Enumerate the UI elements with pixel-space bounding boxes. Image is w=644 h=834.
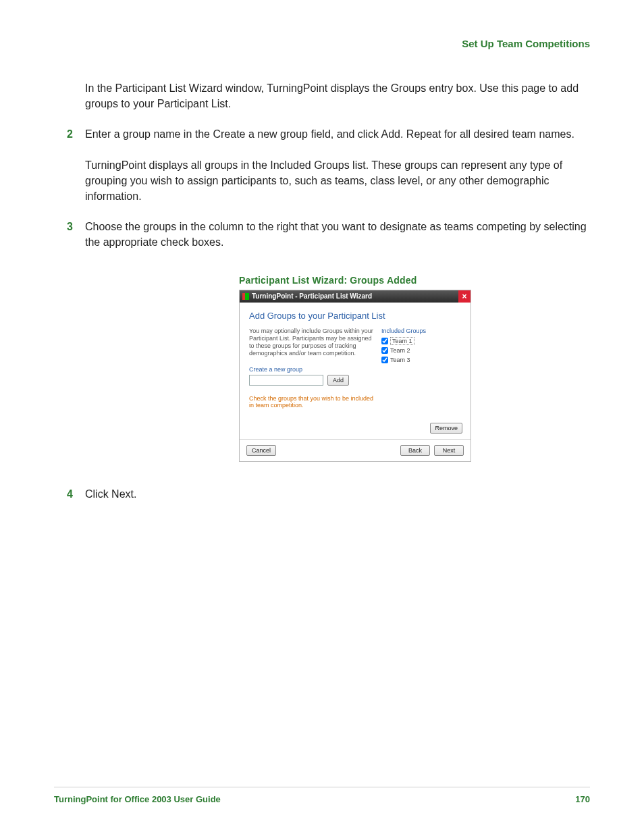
list-item[interactable]: Team 2 (381, 346, 462, 355)
group-label: Team 1 (390, 337, 414, 345)
step-2: 2 Enter a group name in the Create a new… (54, 126, 590, 142)
section-header: Set Up Team Competitions (54, 38, 590, 49)
group-checkbox[interactable] (381, 347, 388, 354)
included-groups-list: Team 1 Team 2 Team 3 (381, 336, 462, 365)
step-2-text: Enter a group name in the Create a new g… (85, 126, 574, 142)
step-4-text: Click Next. (85, 486, 136, 502)
group-label: Team 3 (390, 357, 410, 363)
figure-caption: Participant List Wizard: Groups Added (239, 275, 590, 286)
step-2-followup: TurningPoint displays all groups in the … (85, 157, 590, 205)
group-checkbox[interactable] (381, 338, 388, 344)
step-4: 4 Click Next. (54, 486, 590, 502)
step-3: 3 Choose the groups in the column to the… (54, 219, 590, 250)
intro-paragraph: In the Participant List Wizard window, T… (85, 80, 590, 111)
check-hint-text: Check the groups that you wish to be inc… (249, 395, 375, 410)
wizard-intro-text: You may optionally include Groups within… (249, 328, 375, 358)
step-3-number: 3 (54, 219, 85, 250)
wizard-footer: Cancel Back Next (240, 439, 471, 461)
create-group-label: Create a new group (249, 366, 375, 373)
list-item[interactable]: Team 1 (381, 336, 462, 346)
list-item[interactable]: Team 3 (381, 355, 462, 365)
wizard-window: TurningPoint - Participant List Wizard ×… (239, 290, 471, 462)
remove-button[interactable]: Remove (430, 423, 462, 434)
back-button[interactable]: Back (400, 445, 430, 456)
add-button[interactable]: Add (327, 375, 349, 386)
included-groups-label: Included Groups (381, 328, 462, 334)
step-4-number: 4 (54, 486, 85, 502)
wizard-heading: Add Groups to your Participant List (249, 311, 462, 321)
footer-title: TurningPoint for Office 2003 User Guide (54, 794, 221, 804)
app-icon (242, 293, 249, 300)
next-button[interactable]: Next (434, 445, 464, 456)
page-number: 170 (575, 794, 590, 804)
step-2-number: 2 (54, 126, 85, 142)
create-group-input[interactable] (249, 375, 323, 386)
close-icon[interactable]: × (458, 290, 471, 303)
page-footer: TurningPoint for Office 2003 User Guide … (54, 787, 590, 804)
cancel-button[interactable]: Cancel (246, 445, 276, 456)
step-3-text: Choose the groups in the column to the r… (85, 219, 590, 250)
wizard-title: TurningPoint - Participant List Wizard (252, 292, 372, 300)
wizard-titlebar: TurningPoint - Participant List Wizard × (240, 290, 471, 303)
group-label: Team 2 (390, 347, 410, 354)
group-checkbox[interactable] (381, 357, 388, 363)
